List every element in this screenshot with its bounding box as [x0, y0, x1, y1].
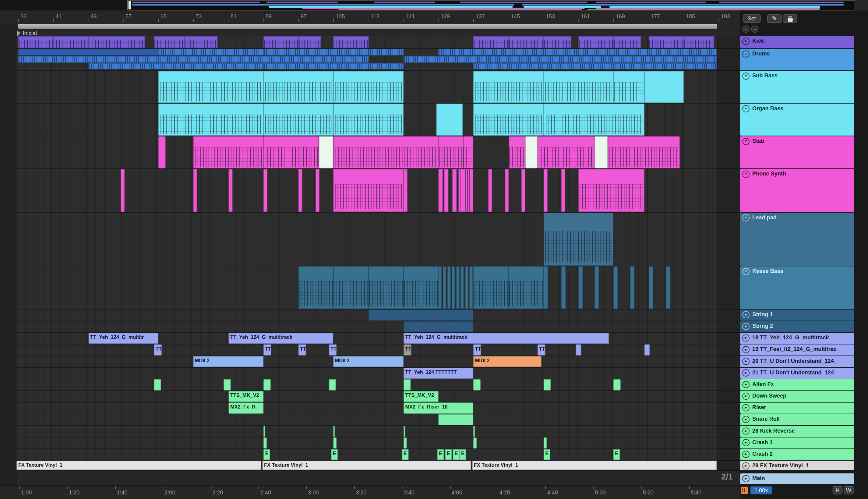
play-icon[interactable]: ▶ — [742, 369, 749, 377]
fold-icon[interactable]: ▼ — [742, 105, 749, 112]
play-icon[interactable]: ▶ — [742, 358, 749, 365]
track-name: Phone Synth — [752, 171, 786, 177]
height-zoom-button[interactable]: H — [833, 486, 843, 495]
play-icon[interactable]: ▶ — [742, 381, 749, 388]
menu-icon[interactable]: ≡ — [742, 50, 749, 58]
time-label: 5:00 — [595, 489, 606, 496]
time-label: 5:40 — [691, 489, 702, 496]
play-icon[interactable]: ▶ — [742, 462, 749, 470]
play-icon[interactable]: ▶ — [742, 439, 749, 446]
track-header-t20[interactable]: ▶20 TT_U Don't Understand_124_ — [740, 356, 854, 367]
set-label: Set — [748, 15, 756, 22]
time-tick — [641, 486, 642, 489]
time-signature: 2/1 — [721, 472, 733, 481]
time-label: 3:40 — [404, 489, 414, 496]
time-tick — [689, 486, 690, 489]
tempo-follow-icon[interactable] — [741, 487, 748, 494]
track-header-crash-1[interactable]: ▶Crash 1 — [740, 437, 854, 448]
play-icon[interactable]: ▶ — [742, 475, 749, 483]
time-label: 4:00 — [451, 489, 462, 496]
track-header-lead-pad[interactable]: ▼Lead pad — [740, 212, 854, 266]
track-header-reese-bass[interactable]: ▼Reese Bass — [740, 266, 854, 309]
time-label: 3:20 — [356, 489, 367, 496]
track-header-t18[interactable]: ▶18 TT_Yeh_124_G_multitrack — [740, 333, 854, 344]
time-tick — [354, 486, 355, 489]
track-name: String 1 — [752, 311, 773, 318]
track-name: 19 TT_Feel_it2_124_G_multitrac — [752, 346, 836, 353]
track-header-stab[interactable]: ▼Stab — [740, 136, 854, 168]
time-tick — [306, 486, 307, 489]
play-icon[interactable]: ▶ — [742, 416, 749, 423]
fold-icon[interactable]: ▼ — [742, 214, 749, 221]
track-name: Crash 1 — [752, 439, 773, 446]
fold-icon[interactable]: ▼ — [742, 171, 749, 178]
time-tick — [67, 486, 68, 489]
track-name: Drums — [752, 50, 770, 57]
fold-icon[interactable]: ▼ — [742, 268, 749, 276]
track-header-drums[interactable]: ≡Drums — [740, 49, 854, 70]
lock-envelopes-icon[interactable] — [783, 14, 797, 23]
time-tick — [593, 486, 594, 489]
fold-icon[interactable]: ▼ — [742, 73, 749, 80]
play-icon[interactable]: ▶ — [742, 311, 749, 318]
track-header-sub-bass[interactable]: ▼Sub Bass — [740, 71, 854, 103]
time-label: 2:00 — [164, 489, 175, 496]
prev-marker-button[interactable]: ← — [742, 26, 749, 33]
track-name: Crash 2 — [752, 451, 773, 458]
track-name: Kick — [752, 38, 764, 45]
track-header-alien-fx[interactable]: ▶Alien Fx — [740, 379, 854, 390]
time-tick — [498, 486, 498, 489]
set-locator-button[interactable]: Set — [743, 14, 760, 23]
time-tick — [20, 486, 20, 489]
time-label: 3:00 — [308, 489, 319, 496]
play-icon[interactable]: ▶ — [742, 323, 749, 330]
time-label: 4:20 — [499, 489, 510, 496]
track-name: 21 TT_U Don't Understand_124_ — [752, 369, 837, 376]
track-header-crash-2[interactable]: ▶Crash 2 — [740, 449, 854, 460]
play-icon[interactable]: ▶ — [742, 334, 749, 342]
track-name: String 2 — [752, 323, 773, 330]
time-label: 1:40 — [117, 489, 127, 496]
track-header-kick[interactable]: ▶Kick — [740, 36, 854, 48]
next-marker-button[interactable]: → — [751, 26, 758, 33]
track-header-down-sweep[interactable]: ▶Down Sweep — [740, 391, 854, 402]
play-icon[interactable]: ▶ — [742, 38, 749, 45]
time-ruler[interactable]: 1:001:201:402:002:202:403:003:203:404:00… — [0, 485, 740, 499]
track-name: 26 Kick Reverse — [752, 427, 795, 434]
time-label: 4:40 — [547, 489, 558, 496]
time-label: 1:20 — [69, 489, 79, 496]
track-name: Alien Fx — [752, 381, 774, 388]
draw-mode-icon[interactable]: ✎ — [767, 14, 781, 23]
playback-speed-field[interactable]: 1.00x — [750, 486, 772, 495]
time-label: 1:00 — [21, 489, 32, 496]
track-header-snare-roll[interactable]: ▶Snare Roll — [740, 414, 854, 425]
time-tick — [115, 486, 116, 489]
play-icon[interactable]: ▶ — [742, 451, 749, 458]
fold-icon[interactable]: ▼ — [742, 138, 749, 145]
play-icon[interactable]: ▶ — [742, 393, 749, 400]
track-header-t19[interactable]: ▶19 TT_Feel_it2_124_G_multitrac — [740, 344, 854, 355]
track-header-t21[interactable]: ▶21 TT_U Don't Understand_124_ — [740, 368, 854, 379]
play-icon[interactable]: ▶ — [742, 346, 749, 353]
track-header-main[interactable]: ▶Main — [740, 473, 854, 484]
track-name: Sub Bass — [752, 73, 778, 79]
track-header-string-2[interactable]: ▶String 2 — [740, 321, 854, 332]
time-tick — [259, 486, 259, 489]
ableton-arrangement-view: 3341495765738189971051131211291371451531… — [0, 0, 868, 499]
track-header-kick-reverse[interactable]: ▶26 Kick Reverse — [740, 426, 854, 437]
track-header-riser[interactable]: ▶Riser — [740, 402, 854, 413]
track-name: Riser — [752, 404, 766, 411]
width-zoom-button[interactable]: W — [844, 486, 854, 495]
play-icon[interactable]: ▶ — [742, 427, 749, 435]
track-header-string-1[interactable]: ▶String 1 — [740, 309, 854, 320]
time-tick — [163, 486, 163, 489]
track-header-organ-bass[interactable]: ▼Organ Bass — [740, 104, 854, 136]
arrow-left-icon: ← — [744, 26, 748, 32]
track-header-phone-synth[interactable]: ▼Phone Synth — [740, 169, 854, 212]
time-tick — [545, 486, 546, 489]
track-name: 20 TT_U Don't Understand_124_ — [752, 358, 837, 364]
time-label: 5:20 — [643, 489, 654, 496]
play-icon[interactable]: ▶ — [742, 404, 749, 412]
track-name: 29 FX Texture Vinyl_1 — [752, 462, 809, 469]
track-header-fx-texture[interactable]: ▶29 FX Texture Vinyl_1 — [740, 461, 854, 470]
